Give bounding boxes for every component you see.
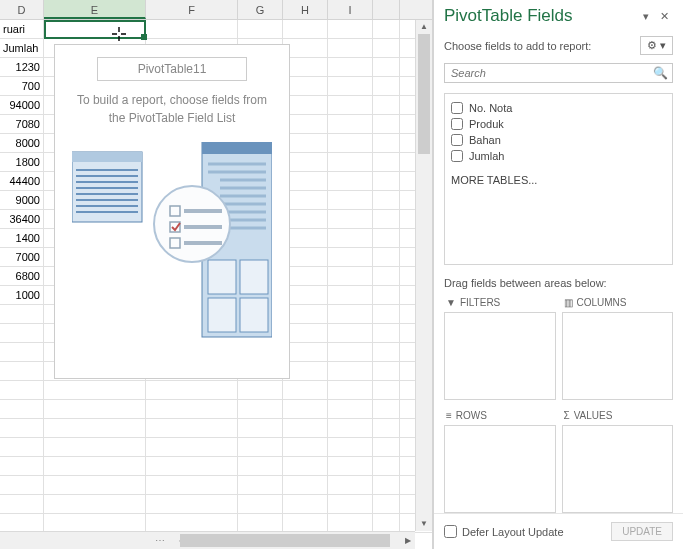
cell[interactable]	[146, 381, 238, 399]
cell[interactable]	[44, 457, 146, 475]
cell[interactable]: 700	[0, 77, 44, 95]
grid-row[interactable]	[0, 400, 432, 419]
pivottable-placeholder[interactable]: PivotTable11 To build a report, choose f…	[54, 44, 290, 379]
field-checkbox[interactable]	[451, 150, 463, 162]
cell[interactable]	[146, 457, 238, 475]
cell[interactable]	[283, 495, 328, 513]
spreadsheet-area[interactable]: DEFGHI ruariJumlah1230700940007080800018…	[0, 0, 433, 549]
cell[interactable]	[373, 324, 400, 342]
cell[interactable]	[283, 381, 328, 399]
cell[interactable]	[146, 20, 238, 38]
cell[interactable]	[373, 39, 400, 57]
column-header-E[interactable]: E	[44, 0, 146, 19]
cell[interactable]	[328, 20, 373, 38]
cell[interactable]	[373, 457, 400, 475]
cell[interactable]	[373, 229, 400, 247]
cell[interactable]: 1000	[0, 286, 44, 304]
cell[interactable]	[283, 419, 328, 437]
cell[interactable]	[373, 419, 400, 437]
cell[interactable]	[373, 267, 400, 285]
cell[interactable]: 1800	[0, 153, 44, 171]
cell[interactable]	[283, 476, 328, 494]
cell[interactable]	[44, 438, 146, 456]
cell[interactable]	[328, 286, 373, 304]
column-header-G[interactable]: G	[238, 0, 283, 19]
cell[interactable]	[328, 248, 373, 266]
cell[interactable]: 94000	[0, 96, 44, 114]
grid-row[interactable]	[0, 476, 432, 495]
sheet-tab-scroll-icon[interactable]: ⋯	[155, 535, 167, 546]
cell[interactable]	[146, 495, 238, 513]
grid-row[interactable]	[0, 438, 432, 457]
cell[interactable]	[328, 438, 373, 456]
cell[interactable]	[328, 134, 373, 152]
cell[interactable]	[44, 419, 146, 437]
cell[interactable]	[146, 419, 238, 437]
grid-row[interactable]	[0, 381, 432, 400]
cell[interactable]	[328, 267, 373, 285]
vertical-scroll-thumb[interactable]	[418, 34, 430, 154]
cell[interactable]	[44, 20, 146, 38]
field-item[interactable]: Bahan	[451, 132, 666, 148]
cell[interactable]	[328, 457, 373, 475]
cell[interactable]	[328, 305, 373, 323]
cell[interactable]	[328, 210, 373, 228]
cell[interactable]: 1400	[0, 229, 44, 247]
cell[interactable]	[373, 305, 400, 323]
cell[interactable]: 9000	[0, 191, 44, 209]
cell[interactable]	[146, 400, 238, 418]
cell[interactable]	[373, 20, 400, 38]
column-header-H[interactable]: H	[283, 0, 328, 19]
cell[interactable]	[238, 514, 283, 532]
cell[interactable]	[328, 96, 373, 114]
cell[interactable]: Jumlah	[0, 39, 44, 57]
grid-row[interactable]	[0, 419, 432, 438]
cell[interactable]	[373, 362, 400, 380]
cell[interactable]	[373, 172, 400, 190]
cell[interactable]	[283, 438, 328, 456]
cell[interactable]	[373, 191, 400, 209]
cell[interactable]	[0, 362, 44, 380]
field-item[interactable]: No. Nota	[451, 100, 666, 116]
cell[interactable]	[328, 153, 373, 171]
cell[interactable]	[0, 495, 44, 513]
defer-layout-checkbox[interactable]	[444, 525, 457, 538]
more-tables-link[interactable]: MORE TABLES...	[451, 174, 666, 186]
cell[interactable]	[373, 96, 400, 114]
field-list[interactable]: No. NotaProdukBahanJumlahMORE TABLES...	[444, 93, 673, 265]
cell[interactable]	[283, 20, 328, 38]
field-checkbox[interactable]	[451, 118, 463, 130]
columns-drop-area[interactable]	[562, 312, 674, 400]
cell[interactable]	[373, 77, 400, 95]
cell[interactable]	[238, 20, 283, 38]
cell[interactable]: 6800	[0, 267, 44, 285]
cell[interactable]	[373, 343, 400, 361]
column-header-blank[interactable]	[373, 0, 400, 19]
cell[interactable]	[44, 400, 146, 418]
cell[interactable]	[238, 476, 283, 494]
cell[interactable]	[0, 419, 44, 437]
cell[interactable]	[0, 514, 44, 532]
update-button[interactable]: UPDATE	[611, 522, 673, 541]
cell[interactable]	[44, 514, 146, 532]
cell[interactable]: 36400	[0, 210, 44, 228]
horizontal-scrollbar[interactable]: ⋯ ◀ ▶	[0, 531, 415, 549]
cell[interactable]	[0, 305, 44, 323]
cell[interactable]	[44, 476, 146, 494]
defer-layout-checkbox-label[interactable]: Defer Layout Update	[444, 525, 564, 538]
cell[interactable]	[373, 438, 400, 456]
grid-row[interactable]	[0, 457, 432, 476]
grid-row[interactable]: ruari	[0, 20, 432, 39]
cell[interactable]	[238, 457, 283, 475]
cell[interactable]	[0, 324, 44, 342]
cell[interactable]	[328, 77, 373, 95]
pane-dropdown-icon[interactable]: ▾	[643, 10, 653, 22]
cell[interactable]	[328, 495, 373, 513]
cell[interactable]	[44, 495, 146, 513]
cell[interactable]	[0, 438, 44, 456]
cell[interactable]	[373, 400, 400, 418]
column-header-F[interactable]: F	[146, 0, 238, 19]
cell[interactable]	[238, 381, 283, 399]
cell[interactable]	[328, 191, 373, 209]
cell[interactable]: 7080	[0, 115, 44, 133]
